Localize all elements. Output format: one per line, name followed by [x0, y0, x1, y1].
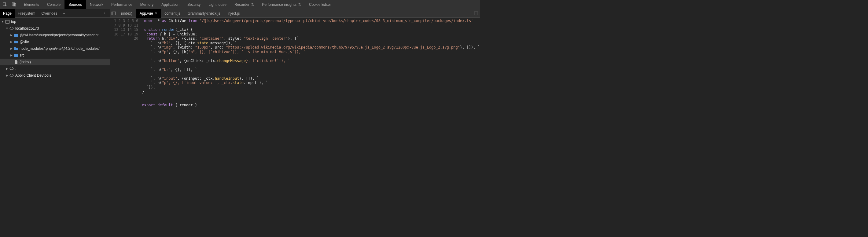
flask-icon: ⚗: [298, 2, 301, 7]
tab-recorder-label: Recorder: [235, 2, 249, 7]
tree-index-label: (index): [20, 60, 31, 64]
sources-sidebar: Page Filesystem Overrides » ⋮ ▼ top ▼ lo…: [0, 9, 110, 131]
more-subtabs-chevron[interactable]: »: [60, 11, 67, 15]
tab-performance-insights[interactable]: Performance insights⚗: [258, 0, 305, 9]
content-row: Page Filesystem Overrides » ⋮ ▼ top ▼ lo…: [0, 9, 480, 131]
device-toggle-icon[interactable]: [9, 0, 18, 9]
chevron-right-icon: ▶: [10, 54, 13, 57]
filetab-app-vue[interactable]: App.vue ×: [136, 9, 161, 18]
chevron-right-icon: ▶: [10, 34, 13, 37]
svg-rect-5: [112, 11, 116, 15]
tab-perf-insights-label: Performance insights: [262, 2, 297, 7]
svg-rect-7: [474, 11, 478, 15]
folder-icon: [13, 40, 18, 43]
editor-pane: (index) App.vue × content.js Grammarly-c…: [110, 9, 480, 131]
file-tree: ▼ top ▼ localhost:5173 ▶ @fs/Users/ubuge…: [0, 18, 110, 131]
code-content: import * as ChibiVue from '/@fs/Users/ub…: [141, 18, 480, 131]
tab-network[interactable]: Network: [86, 0, 107, 9]
inspect-icon[interactable]: [0, 0, 9, 9]
tree-top-label: top: [11, 20, 16, 24]
tab-cookie-editor[interactable]: Cookie Editor: [305, 0, 335, 9]
tree-dot-label: .: [15, 67, 16, 71]
tab-elements[interactable]: Elements: [20, 0, 43, 9]
tree-localhost-label: localhost:5173: [15, 26, 39, 31]
subtab-overrides[interactable]: Overrides: [38, 9, 60, 18]
separator: [19, 2, 19, 7]
tab-lighthouse[interactable]: Lighthouse: [205, 0, 230, 9]
file-icon: [13, 60, 18, 64]
tree-node-modules-label: node_modules/.pnpm/vite@4.2.0/node_modul…: [20, 46, 100, 51]
tree-index-file[interactable]: (index): [0, 59, 110, 65]
tab-application[interactable]: Application: [157, 0, 183, 9]
tree-apollo[interactable]: ▶ Apollo Client Devtools: [0, 72, 110, 79]
svg-rect-1: [12, 3, 14, 6]
cloud-icon: [9, 67, 14, 70]
tree-src-label: src: [20, 53, 25, 58]
tree-src-folder[interactable]: ▶ src: [0, 52, 110, 59]
tab-security[interactable]: Security: [183, 0, 205, 9]
sources-sub-tabs: Page Filesystem Overrides » ⋮: [0, 9, 110, 18]
tab-recorder[interactable]: Recorder⚗: [230, 0, 258, 9]
tab-console[interactable]: Console: [43, 0, 64, 9]
filetab-index[interactable]: (index): [117, 9, 136, 18]
toggle-debugger-icon[interactable]: [472, 9, 480, 18]
filetab-inject[interactable]: inject.js: [224, 9, 243, 18]
line-gutter: 1 2 3 4 5 6 7 8 9 10 11 12 13 14 15 16 1…: [110, 18, 141, 131]
tree-node-modules-folder[interactable]: ▶ node_modules/.pnpm/vite@4.2.0/node_mod…: [0, 45, 110, 52]
tree-fs-label: @fs/Users/ubugeeei/projects/personal/typ…: [20, 33, 98, 37]
flask-icon: ⚗: [251, 2, 254, 7]
svg-rect-3: [5, 20, 9, 23]
chevron-right-icon: ▶: [10, 47, 13, 50]
file-tab-bar: (index) App.vue × content.js Grammarly-c…: [110, 9, 480, 18]
tree-dot[interactable]: ▶ .: [0, 65, 110, 72]
toggle-navigator-icon[interactable]: [110, 9, 117, 18]
devtools-top-bar: Elements Console Sources Network Perform…: [0, 0, 480, 9]
tree-vite-label: @vite: [20, 40, 29, 44]
folder-icon: [13, 47, 18, 50]
window-icon: [5, 20, 10, 24]
tree-fs-folder[interactable]: ▶ @fs/Users/ubugeeei/projects/personal/t…: [0, 32, 110, 38]
folder-icon: [13, 34, 18, 37]
tree-vite-folder[interactable]: ▶ @vite: [0, 38, 110, 45]
folder-icon: [13, 54, 18, 57]
subtab-filesystem[interactable]: Filesystem: [15, 9, 38, 18]
filetab-grammarly[interactable]: Grammarly-check.js: [184, 9, 224, 18]
tree-localhost[interactable]: ▼ localhost:5173: [0, 25, 110, 32]
chevron-down-icon: ▼: [5, 27, 8, 30]
sidebar-more-icon[interactable]: ⋮: [100, 11, 110, 15]
chevron-right-icon: ▶: [10, 40, 13, 43]
tree-apollo-label: Apollo Client Devtools: [15, 73, 51, 77]
tab-sources[interactable]: Sources: [64, 0, 86, 9]
subtab-page[interactable]: Page: [0, 9, 15, 18]
cloud-icon: [9, 27, 14, 30]
tab-memory[interactable]: Memory: [136, 0, 157, 9]
chevron-down-icon: ▼: [1, 20, 4, 23]
tree-top[interactable]: ▼ top: [0, 18, 110, 25]
cloud-icon: [9, 74, 14, 77]
chevron-right-icon: ▶: [5, 74, 8, 77]
tab-performance[interactable]: Performance: [107, 0, 136, 9]
chevron-right-icon: ▶: [5, 67, 8, 70]
filetab-content-js[interactable]: content.js: [161, 9, 184, 18]
close-icon[interactable]: ×: [155, 11, 157, 15]
filetab-app-label: App.vue: [140, 11, 153, 15]
code-editor[interactable]: 1 2 3 4 5 6 7 8 9 10 11 12 13 14 15 16 1…: [110, 18, 480, 131]
